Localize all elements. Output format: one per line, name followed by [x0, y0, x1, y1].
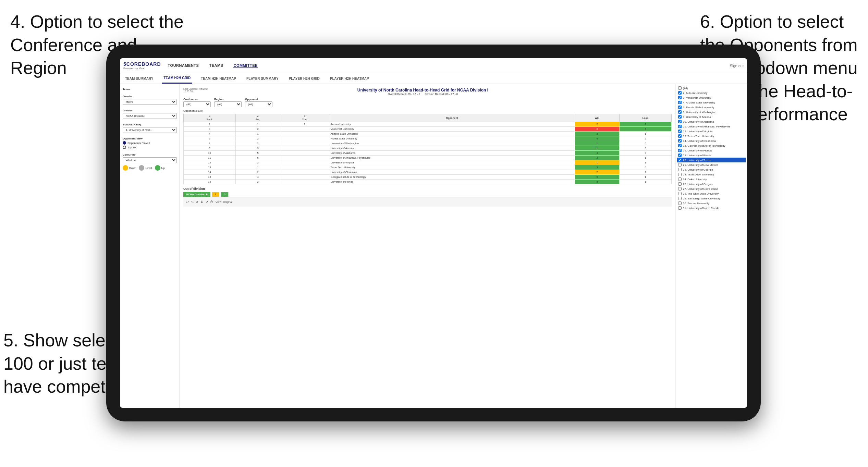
dropdown-item[interactable]: 20. University of Texas [677, 158, 746, 162]
dropdown-item[interactable]: 18. University of Illinois [677, 153, 746, 158]
th-opponent: Opponent [329, 114, 575, 122]
dropdown-item[interactable]: (All) [677, 86, 746, 90]
dropdown-item[interactable]: 8. University of Washington [677, 110, 746, 114]
subnav-player-h2h-heatmap[interactable]: PLAYER H2H HEATMAP [328, 73, 371, 84]
dropdown-item[interactable]: 31. University of North Florida [677, 206, 746, 210]
dropdown-checkbox[interactable] [678, 91, 682, 95]
share-icon[interactable]: ↗ [205, 200, 208, 204]
gender-select[interactable]: Men's [123, 99, 177, 105]
radio-opponents-played-dot [123, 141, 126, 145]
cell-reg: 1 [235, 132, 280, 136]
dropdown-item-label: 9. University of Arizona [683, 115, 711, 119]
colour-select[interactable]: Win/loss [123, 157, 177, 163]
dropdown-checkbox[interactable] [678, 206, 682, 210]
region-select[interactable]: (All) [214, 101, 242, 107]
dropdown-checkbox[interactable] [678, 134, 682, 138]
dropdown-item[interactable]: 14. University of Oklahoma [677, 138, 746, 143]
dropdown-item[interactable]: 10. University of Alabama [677, 119, 746, 124]
school-select[interactable]: 1. University of Nort... [123, 127, 177, 133]
dropdown-checkbox[interactable] [678, 177, 682, 181]
dropdown-checkbox[interactable] [678, 158, 682, 162]
cell-conf [280, 175, 329, 180]
subnav-player-summary[interactable]: PLAYER SUMMARY [245, 73, 280, 84]
nav-teams[interactable]: TEAMS [209, 63, 223, 68]
dropdown-checkbox[interactable] [678, 115, 682, 119]
cell-conf [280, 151, 329, 156]
cell-name: University of Arizona [329, 146, 575, 151]
dropdown-item-label: 18. University of Illinois [683, 154, 711, 157]
redo-icon[interactable]: ↪ [191, 200, 194, 204]
dropdown-checkbox[interactable] [678, 96, 682, 99]
dropdown-item[interactable]: 30. Purdue University [677, 201, 746, 206]
cell-loss: 2 [620, 136, 672, 141]
dropdown-item[interactable]: 29. San Diego State University [677, 196, 746, 201]
dropdown-item[interactable]: 28. The Ohio State University [677, 191, 746, 196]
dropdown-checkbox[interactable] [678, 144, 682, 147]
dropdown-item[interactable]: 2. Auburn University [677, 90, 746, 95]
dropdown-checkbox[interactable] [678, 182, 682, 186]
dropdown-item[interactable]: 23. Texas A&M University [677, 172, 746, 177]
dropdown-item[interactable]: 21. University of New Mexico [677, 162, 746, 167]
opponent-label: Opponent [245, 98, 272, 101]
dropdown-item[interactable]: 13. Texas Tech University [677, 134, 746, 138]
conference-select[interactable]: (All) [183, 101, 211, 107]
cell-conf: 1 [280, 122, 329, 127]
dropdown-checkbox[interactable] [678, 101, 682, 104]
nav-tournaments[interactable]: TOURNAMENTS [168, 63, 199, 68]
dropdown-checkbox[interactable] [678, 130, 682, 133]
dropdown-checkbox[interactable] [678, 173, 682, 176]
dropdown-checkbox[interactable] [678, 125, 682, 128]
table-row: 14 2 University of Oklahoma 2 2 [184, 170, 672, 175]
cell-loss: 1 [620, 160, 672, 165]
radio-opponents-played[interactable]: Opponents Played [123, 141, 177, 145]
cell-rank: 15 [184, 175, 236, 180]
subnav-team-summary[interactable]: TEAM SUMMARY [123, 73, 155, 84]
legend-down-label: Down [129, 167, 136, 170]
dropdown-item[interactable]: 6. Florida State University [677, 105, 746, 110]
dropdown-checkbox[interactable] [678, 163, 682, 167]
opponent-select[interactable]: (All) [245, 101, 272, 107]
subnav-player-h2h-grid[interactable]: PLAYER H2H GRID [287, 73, 321, 84]
download-icon[interactable]: ⬇ [200, 200, 203, 204]
clock-icon[interactable]: ⏱ [210, 200, 213, 204]
table-row: 15 4 Georgia Institute of Technology 5 1 [184, 175, 672, 180]
cell-reg: 5 [235, 151, 280, 156]
dropdown-list[interactable]: (All)2. Auburn University3. Vanderbilt U… [675, 84, 747, 408]
dropdown-checkbox[interactable] [678, 153, 682, 157]
dropdown-item-label: 14. University of Oklahoma [683, 139, 716, 143]
dropdown-item[interactable]: 25. University of Oregon [677, 182, 746, 186]
dropdown-item[interactable]: 27. University of Notre Dame [677, 186, 746, 191]
dropdown-checkbox[interactable] [678, 187, 682, 191]
radio-top100[interactable]: Top 100 [123, 146, 177, 149]
dropdown-item[interactable]: 3. Vanderbilt University [677, 95, 746, 100]
dropdown-checkbox[interactable] [678, 197, 682, 200]
dropdown-checkbox[interactable] [678, 86, 682, 90]
subnav-h2h-heatmap[interactable]: TEAM H2H HEATMAP [199, 73, 238, 84]
subnav-h2h-grid[interactable]: TEAM H2H GRID [162, 73, 192, 84]
dropdown-item[interactable]: 22. University of Georgia [677, 167, 746, 172]
cell-name: University of Florida [329, 180, 575, 184]
sub-nav: TEAM SUMMARY TEAM H2H GRID TEAM H2H HEAT… [120, 73, 747, 84]
table-row: 11 6 University of Arkansas, Fayettevill… [184, 156, 672, 160]
dropdown-checkbox[interactable] [678, 120, 682, 123]
refresh-icon[interactable]: ↺ [196, 200, 198, 204]
dropdown-item[interactable]: 24. Duke University [677, 177, 746, 182]
dropdown-checkbox[interactable] [678, 168, 682, 171]
dropdown-checkbox[interactable] [678, 201, 682, 205]
cell-win: 2 [575, 122, 620, 127]
dropdown-checkbox[interactable] [678, 106, 682, 109]
nav-committee[interactable]: COMMITTEE [233, 63, 258, 68]
dropdown-checkbox[interactable] [678, 110, 682, 114]
undo-icon[interactable]: ↩ [186, 200, 189, 204]
dropdown-checkbox[interactable] [678, 139, 682, 143]
dropdown-item[interactable]: 4. Arizona State University [677, 100, 746, 105]
dropdown-item[interactable]: 11. University of Arkansas, Fayetteville [677, 124, 746, 129]
dropdown-item[interactable]: 9. University of Arizona [677, 114, 746, 119]
dropdown-item[interactable]: 16. University of Florida [677, 148, 746, 153]
dropdown-checkbox[interactable] [678, 192, 682, 195]
dropdown-item[interactable]: 15. Georgia Institute of Technology [677, 143, 746, 148]
division-select[interactable]: NCAA Division I [123, 113, 177, 119]
dropdown-item[interactable]: 12. University of Virginia [677, 129, 746, 134]
dropdown-checkbox[interactable] [678, 149, 682, 152]
nav-signout[interactable]: Sign out [730, 64, 744, 68]
